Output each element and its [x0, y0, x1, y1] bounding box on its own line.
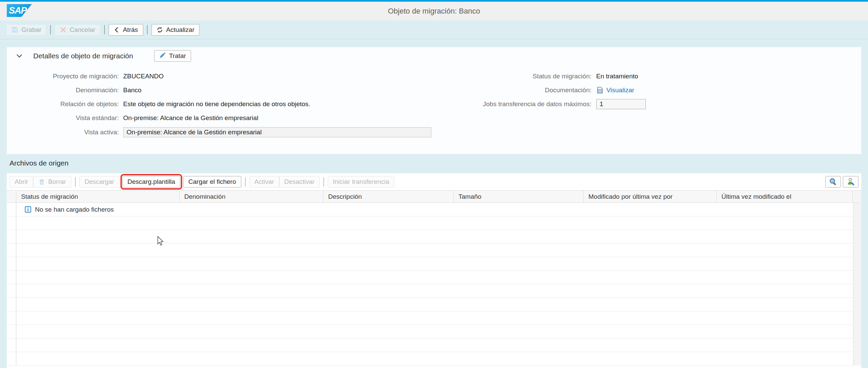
files-section-gap: Archivos de origen — [0, 154, 868, 173]
visualizar-link[interactable]: Visualizar — [606, 86, 634, 94]
abrir-button-label: Abrir — [15, 178, 28, 186]
table-row — [16, 325, 853, 338]
collapse-chevron-icon[interactable] — [15, 52, 24, 60]
actualizar-button[interactable]: Actualizar — [151, 24, 200, 36]
form-row: Proyecto de migración:ZBUCEANDOStatus de… — [7, 69, 861, 83]
cargar-el-fichero-button[interactable]: Cargar el fichero — [183, 176, 241, 188]
scrollbar-column-header — [853, 191, 861, 202]
vista-estandar-value: On-premise: Alcance de la Gestión empres… — [123, 114, 258, 122]
descargar-button-label: Descargar — [84, 178, 114, 186]
relacion-de-objetos-value: Este objeto de migración no tiene depend… — [123, 100, 310, 108]
denominacion-label: Denominación: — [7, 86, 119, 94]
info-icon — [24, 206, 32, 213]
activar-button[interactable]: Activar — [249, 176, 279, 188]
search-icon — [829, 177, 837, 186]
table-row — [16, 338, 853, 352]
toolbar-separator — [245, 177, 246, 187]
activar-button-label: Activar — [254, 178, 274, 186]
grabar-button[interactable]: Grabar — [6, 24, 46, 36]
proyecto-de-migracion-value: ZBUCEANDO — [123, 73, 164, 80]
details-panel-title: Detalles de objeto de migración — [33, 52, 133, 60]
table-row — [16, 311, 853, 325]
column-header-descripcion[interactable]: Descripción — [323, 191, 454, 202]
column-header-modificado-por-ultima-vez-por[interactable]: Modificado por última vez por — [584, 191, 717, 202]
files-toolbar: AbrirBorrarDescargarDescarg.plantillaCar… — [7, 173, 861, 190]
toolbar-separator — [75, 177, 76, 187]
vista-estandar-label: Vista estándar: — [7, 114, 119, 122]
selector-column-header — [7, 191, 16, 202]
cancelar-button-label: Cancelar — [70, 26, 95, 34]
borrar-button-label: Borrar — [48, 178, 66, 186]
row-selector-cell — [7, 244, 16, 257]
column-header-status-de-migracion[interactable]: Status de migración — [16, 191, 180, 202]
row-selector-cell — [7, 203, 16, 216]
page-background-gap — [0, 39, 868, 47]
toolbar-separator — [147, 25, 148, 34]
form-row: Vista estándar:On-premise: Alcance de la… — [7, 111, 861, 125]
column-header-denominacion[interactable]: Denominación — [180, 191, 323, 202]
row-selector-cell — [7, 216, 16, 230]
form-row-right: Documentación:Visualizar — [476, 83, 634, 97]
row-selector-cell — [7, 271, 16, 284]
table-row — [16, 230, 853, 244]
descargar-button[interactable]: Descargar — [79, 176, 119, 188]
table-header-row: Status de migraciónDenominaciónDescripci… — [7, 190, 861, 203]
details-panel: Detalles de objeto de migración Tratar P… — [7, 47, 861, 154]
iniciar-transferencia-button[interactable]: Iniciar transferencia — [328, 176, 394, 188]
save-icon — [11, 26, 18, 33]
proyecto-de-migracion-label: Proyecto de migración: — [7, 73, 119, 80]
document-icon — [596, 86, 604, 94]
details-panel-header: Detalles de objeto de migración Tratar — [7, 47, 861, 65]
cancelar-button[interactable]: Cancelar — [55, 24, 100, 36]
jobs-transferencia-de-datos-maximos-input[interactable]: 1 — [596, 99, 646, 109]
vista-activa-input[interactable]: On-premise: Alcance de la Gestión empres… — [123, 127, 431, 137]
table-rows: No se han cargado ficheros — [16, 203, 853, 366]
search-button[interactable] — [825, 176, 841, 188]
back-icon — [114, 26, 120, 33]
row-selector-cell — [7, 298, 16, 311]
row-selector-column — [7, 203, 16, 366]
details-form: Proyecto de migración:ZBUCEANDOStatus de… — [7, 65, 861, 137]
personalize-button[interactable] — [843, 176, 858, 188]
grabar-button-label: Grabar — [21, 26, 41, 34]
desactivar-button[interactable]: Desactivar — [279, 176, 320, 188]
denominacion-value: Banco — [123, 86, 141, 94]
table-body: No se han cargado ficheros — [7, 203, 861, 366]
table-row — [16, 284, 853, 298]
atras-button[interactable]: Atrás — [109, 24, 143, 36]
column-header-tamano[interactable]: Tamaño — [454, 191, 584, 202]
row-selector-cell — [7, 311, 16, 325]
toolbar-separator — [50, 25, 51, 34]
column-header-ultima-vez-modificado-el[interactable]: Última vez modificado el — [717, 191, 853, 202]
vertical-scrollbar[interactable] — [853, 203, 861, 366]
form-row: Relación de objetos:Este objeto de migra… — [7, 97, 861, 111]
delete-icon — [38, 178, 45, 185]
borrar-button[interactable]: Borrar — [33, 176, 71, 188]
form-row: Denominación:BancoDocumentación:Visualiz… — [7, 83, 861, 97]
desactivar-button-label: Desactivar — [284, 178, 315, 186]
row-selector-cell — [7, 352, 16, 366]
tratar-button[interactable]: Tratar — [154, 50, 191, 62]
window-titlebar: SAP Objeto de migración: Banco — [0, 2, 868, 20]
table-row — [16, 298, 853, 311]
jobs-transferencia-de-datos-maximos-label: Jobs transferencia de datos máximos: — [476, 100, 591, 108]
collapse-icon — [16, 52, 23, 60]
row-selector-cell — [7, 325, 16, 338]
row-selector-cell — [7, 230, 16, 244]
table-row — [16, 216, 853, 230]
iniciar-transferencia-button-label: Iniciar transferencia — [333, 178, 389, 186]
cargar-el-fichero-button-label: Cargar el fichero — [188, 178, 236, 186]
abrir-button[interactable]: Abrir — [10, 176, 33, 188]
documentacion-label: Documentación: — [476, 86, 591, 94]
row-selector-cell — [7, 284, 16, 298]
row-selector-cell — [7, 257, 16, 271]
actualizar-button-label: Actualizar — [166, 26, 194, 34]
personalize-icon — [846, 177, 855, 186]
files-panel: AbrirBorrarDescargarDescarg.plantillaCar… — [7, 173, 861, 368]
tratar-button-label: Tratar — [169, 52, 186, 60]
descarg-plantilla-button[interactable]: Descarg.plantilla — [122, 176, 180, 188]
empty-message-row: No se han cargado ficheros — [16, 203, 853, 216]
files-section-title: Archivos de origen — [0, 154, 868, 167]
toolbar-separator — [323, 177, 324, 187]
refresh-icon — [156, 26, 163, 33]
